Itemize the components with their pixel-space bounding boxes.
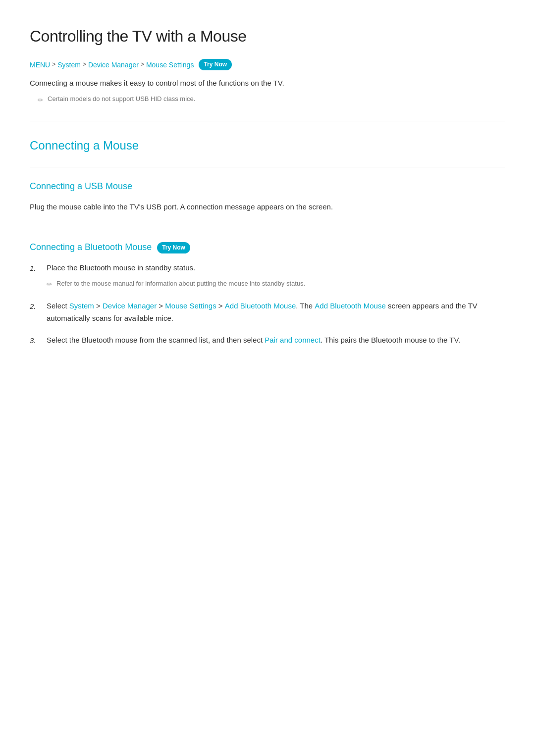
usb-mouse-body: Plug the mouse cable into the TV's USB p… [30,201,505,213]
step-1-text: Place the Bluetooth mouse in standby sta… [47,263,195,272]
intro-text: Connecting a mouse makes it easy to cont… [30,77,505,89]
link-add-bluetooth-2[interactable]: Add Bluetooth Mouse [315,302,385,310]
breadcrumb: MENU > System > Device Manager > Mouse S… [30,59,505,70]
breadcrumb-menu[interactable]: MENU [30,59,50,70]
breadcrumb-mouse-settings[interactable]: Mouse Settings [146,59,194,70]
step-2-content: Select System > Device Manager > Mouse S… [47,300,505,325]
subsection-usb-title: Connecting a USB Mouse [30,179,505,194]
intro-note-text: Certain models do not support USB HID cl… [48,94,195,104]
try-now-badge-header[interactable]: Try Now [199,59,232,70]
list-item: Place the Bluetooth mouse in standby sta… [30,261,505,290]
subsection-bluetooth-title: Connecting a Bluetooth Mouse Try Now [30,240,505,254]
step-3-content: Select the Bluetooth mouse from the scan… [47,334,505,347]
intro-note: ✏ Certain models do not support USB HID … [38,94,505,105]
list-item: Select the Bluetooth mouse from the scan… [30,334,505,347]
link-device-manager[interactable]: Device Manager [103,302,157,310]
note-icon: ✏ [38,95,44,105]
subsection-separator-1 [30,167,505,167]
step-3-text: Select the Bluetooth mouse from the scan… [47,336,460,344]
breadcrumb-sep-3: > [141,60,144,69]
step-1-note: ✏ Refer to the mouse manual for informat… [47,278,505,291]
subsection-separator-2 [30,228,505,228]
breadcrumb-system[interactable]: System [57,59,81,70]
link-mouse-settings[interactable]: Mouse Settings [165,302,216,310]
list-item: Select System > Device Manager > Mouse S… [30,300,505,325]
breadcrumb-device-manager[interactable]: Device Manager [88,59,139,70]
section-connecting-mouse-title: Connecting a Mouse [30,136,505,155]
link-add-bluetooth[interactable]: Add Bluetooth Mouse [225,302,296,310]
bluetooth-steps-list: Place the Bluetooth mouse in standby sta… [30,261,505,347]
link-pair-connect[interactable]: Pair and connect [265,336,321,344]
breadcrumb-sep-1: > [52,60,55,69]
step-1-content: Place the Bluetooth mouse in standby sta… [47,261,505,290]
section-divider-1 [30,121,505,121]
page-title: Controlling the TV with a Mouse [30,24,505,49]
breadcrumb-sep-2: > [83,60,86,69]
subsection-usb-mouse: Connecting a USB Mouse Plug the mouse ca… [30,179,505,213]
link-system[interactable]: System [69,302,94,310]
subsection-bluetooth-mouse: Connecting a Bluetooth Mouse Try Now Pla… [30,240,505,347]
try-now-badge-bluetooth[interactable]: Try Now [157,242,190,253]
step-1-note-icon: ✏ [47,279,53,291]
step-2-text: Select System > Device Manager > Mouse S… [47,302,478,323]
step-1-note-text: Refer to the mouse manual for informatio… [56,278,305,289]
